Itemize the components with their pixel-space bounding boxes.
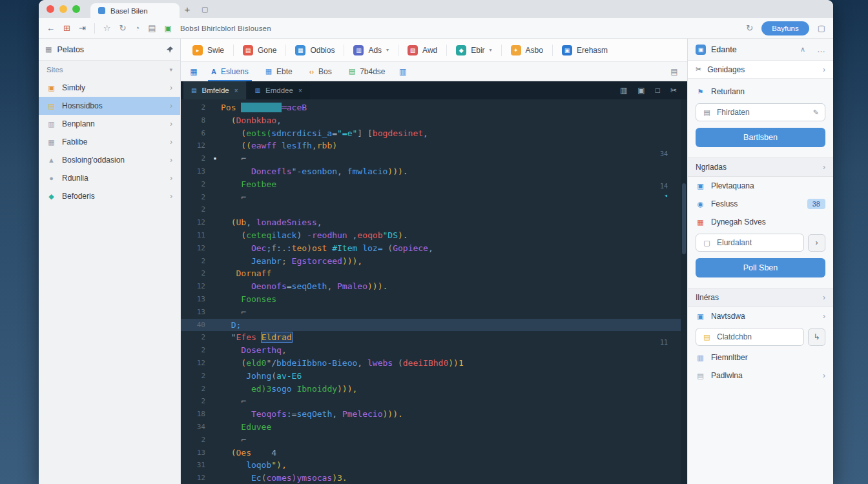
line-number[interactable]: 6 xyxy=(181,127,209,140)
insert-button[interactable]: ↳ xyxy=(808,328,825,346)
layout-icon[interactable]: □ xyxy=(656,86,660,95)
row-navtsdwa[interactable]: ▣Navtsdwa› xyxy=(688,307,833,325)
line-number[interactable]: 12 xyxy=(181,280,209,293)
ribbon-button-ebir[interactable]: ◆Ebir▾ xyxy=(450,41,498,59)
line-number[interactable]: 40 xyxy=(181,319,209,332)
close-tab-icon[interactable]: × xyxy=(298,87,302,94)
breakpoint-gutter[interactable] xyxy=(209,242,221,255)
breakpoint-gutter[interactable] xyxy=(209,191,221,204)
minimize-window-button[interactable] xyxy=(59,5,67,13)
breakpoint-gutter[interactable] xyxy=(209,447,221,459)
code-area[interactable]: 2Pos ═aceB8 (Donbkbao,6 (eots(sdncrdicsi… xyxy=(181,99,687,484)
line-number[interactable]: 18 xyxy=(181,408,209,421)
sidebar-group-sites[interactable]: Sites ▾ xyxy=(39,61,180,79)
ribbon-button-asbo[interactable]: ✦Asbo xyxy=(504,41,550,59)
breakpoint-gutter[interactable] xyxy=(209,357,221,370)
refresh-icon[interactable]: ↻ xyxy=(119,23,126,33)
view-grid-button[interactable]: ▦ xyxy=(185,64,203,79)
line-number[interactable]: 34 xyxy=(181,421,209,434)
browser-tab[interactable]: Basel Bilen xyxy=(90,3,180,18)
breakpoint-gutter[interactable] xyxy=(209,229,221,242)
ribbon-button-awd[interactable]: ▧Awd xyxy=(401,41,444,59)
zoom-window-button[interactable] xyxy=(72,5,80,13)
breakpoint-gutter[interactable] xyxy=(209,203,221,216)
sidebar-item-fablibe[interactable]: ▦Fablibe› xyxy=(39,133,180,151)
preview-icon[interactable]: ▣ xyxy=(637,86,645,95)
more-icon[interactable]: … xyxy=(817,45,825,54)
line-number[interactable]: 2 xyxy=(181,395,209,408)
view-tab-ebte[interactable]: ▦Ebte xyxy=(257,62,301,81)
sidebar-item-rdunlia[interactable]: ●Rdunlia› xyxy=(39,169,180,187)
view-tab-7b4dse[interactable]: ▤7b4dse xyxy=(340,62,394,81)
breakpoint-gutter[interactable] xyxy=(209,165,221,178)
row-genidages[interactable]: ✂ Genidages › xyxy=(688,61,833,79)
row-dynegah-sdves[interactable]: ▦Dynegah Sdves xyxy=(688,213,833,231)
view-tab-esluens[interactable]: AEsluens xyxy=(203,62,257,81)
split-icon[interactable]: ✂ xyxy=(670,86,677,95)
line-number[interactable]: 2 xyxy=(181,191,209,204)
apps-icon[interactable]: ⊞ xyxy=(63,23,70,33)
sidebar-toggle-icon[interactable]: ▢ xyxy=(818,23,825,33)
new-tab-button[interactable]: + xyxy=(180,2,195,16)
editor-scrollbar[interactable] xyxy=(681,99,687,484)
ribbon-button-swie[interactable]: ▸Swie xyxy=(186,41,231,59)
breakpoint-gutter[interactable] xyxy=(209,114,221,127)
line-number[interactable]: 2 xyxy=(181,152,209,165)
sidebar-item-hosnsidbos[interactable]: ▤Hosnsidbos› xyxy=(39,97,180,115)
input-clatdchbn[interactable]: ▤Clatdchbn xyxy=(696,328,804,346)
breakpoint-gutter[interactable] xyxy=(209,280,221,293)
input-elurdalant[interactable]: ▢Elurdalant xyxy=(696,234,804,252)
row-fesluss[interactable]: ◉Fesluss38 xyxy=(688,195,833,213)
breakpoint-gutter[interactable] xyxy=(209,306,221,319)
action-button[interactable]: Bayfuns xyxy=(761,21,809,35)
row-plevtaquana[interactable]: ▣Plevtaquana xyxy=(688,177,833,195)
breakpoint-gutter[interactable] xyxy=(209,472,221,484)
input-fhirdaten[interactable]: ▤Fhirdaten✎ xyxy=(696,103,825,121)
breakpoint-gutter[interactable] xyxy=(209,408,221,421)
row-padlwlna[interactable]: ▤Padlwlna› xyxy=(688,367,833,385)
line-number[interactable]: 13 xyxy=(181,165,209,178)
scrollbar-thumb[interactable] xyxy=(682,183,686,254)
breakpoint-gutter[interactable] xyxy=(209,370,221,383)
line-number[interactable]: 13 xyxy=(181,306,209,319)
line-number[interactable]: 2 xyxy=(181,101,209,114)
breakpoint-gutter[interactable] xyxy=(209,421,221,434)
section-ngrladas[interactable]: Ngrladas› xyxy=(688,157,833,177)
section-iln-ras[interactable]: Ilnéras› xyxy=(688,288,833,307)
ribbon-button-gone[interactable]: ▤Gone xyxy=(236,41,283,59)
row-fiemnltber[interactable]: ▥Fiemnltber xyxy=(688,348,833,367)
breakpoint-gutter[interactable] xyxy=(209,127,221,140)
ribbon-button-ads[interactable]: ▥Ads▾ xyxy=(347,41,395,59)
line-number[interactable]: 11 xyxy=(181,229,209,242)
close-window-button[interactable] xyxy=(46,5,54,13)
line-number[interactable]: 8 xyxy=(181,114,209,127)
sidebar-item-befoderis[interactable]: ◆Befoderis› xyxy=(39,187,180,205)
breakpoint-gutter[interactable] xyxy=(209,255,221,268)
breakpoint-gutter[interactable] xyxy=(209,178,221,191)
pin-icon[interactable] xyxy=(166,46,174,54)
breakpoint-gutter[interactable] xyxy=(209,319,221,332)
breakpoint-gutter[interactable] xyxy=(209,101,221,114)
line-number[interactable]: 2 xyxy=(181,203,209,216)
ribbon-button-erehasm[interactable]: ▣Erehasm xyxy=(555,41,614,59)
breakpoint-gutter[interactable] xyxy=(209,267,221,280)
history-icon[interactable]: ◔ xyxy=(134,23,140,33)
editor-tab-emddee[interactable]: ▥Emddee× xyxy=(247,81,310,99)
view-tab-bos[interactable]: ‹›Bos xyxy=(301,62,340,81)
sidebar-item-bosloing-oddasion[interactable]: ▲Bosloing'oddasion› xyxy=(39,151,180,169)
line-number[interactable]: 2 xyxy=(181,255,209,268)
line-number[interactable]: 2 xyxy=(181,178,209,191)
collapse-icon[interactable]: ∧ xyxy=(800,45,805,54)
view-extra-button[interactable]: ▥ xyxy=(394,64,412,79)
row-returlann[interactable]: ⚑Returlann xyxy=(688,83,833,101)
sidebar-item-benplann[interactable]: ▥Benplann› xyxy=(39,115,180,133)
address-text[interactable]: Bobsl Bhirlcblorl Bislousen xyxy=(180,25,271,32)
view-panel-icon[interactable]: ▤ xyxy=(665,64,683,79)
line-number[interactable]: 2 xyxy=(181,434,209,447)
breakpoint-gutter[interactable] xyxy=(209,383,221,396)
breakpoint-gutter[interactable]: ▪ xyxy=(209,152,221,165)
sync-icon[interactable]: ↻ xyxy=(746,23,753,33)
breakpoint-gutter[interactable] xyxy=(209,344,221,357)
line-number[interactable]: 12 xyxy=(181,472,209,484)
breakpoint-gutter[interactable] xyxy=(209,293,221,306)
